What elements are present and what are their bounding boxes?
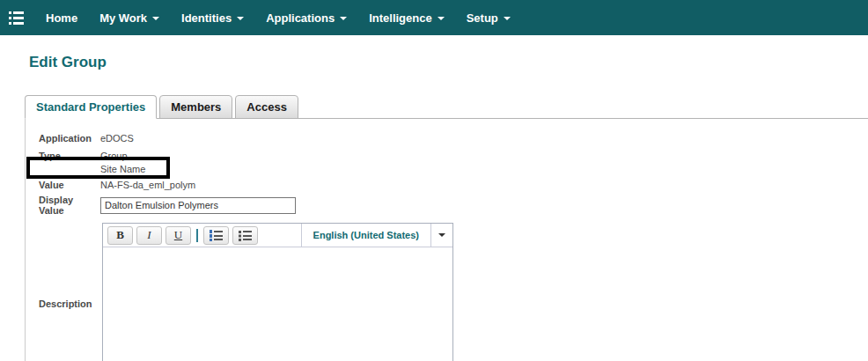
nav-item-home[interactable]: Home [46, 11, 77, 25]
value-row: Value NA-FS-da_eml_polym [39, 180, 868, 190]
chevron-down-icon [438, 233, 445, 237]
nav-item-label: Applications [266, 11, 335, 25]
attribute-row: Site Name [39, 164, 868, 174]
nav-item-label: My Work [99, 11, 147, 25]
description-editor: B I U [102, 223, 453, 361]
top-navbar: Home My Work Identities Applications Int… [0, 0, 868, 35]
value-label: Value [39, 180, 100, 190]
language-selected[interactable]: English (United States) [302, 224, 430, 247]
nav-item-identities[interactable]: Identities [181, 11, 244, 25]
numbered-list-icon [210, 230, 223, 241]
application-label: Application [39, 133, 100, 144]
application-value: eDOCS [100, 133, 134, 144]
language-dropdown-button[interactable] [430, 224, 452, 247]
application-row: Application eDOCS [39, 133, 868, 144]
numbered-list-button[interactable] [203, 226, 229, 245]
underline-button[interactable]: U [166, 226, 191, 245]
nav-item-label: Intelligence [369, 11, 432, 25]
bullet-list-button[interactable] [232, 226, 258, 245]
chevron-down-icon [152, 17, 159, 20]
type-value: Group [100, 151, 128, 161]
italic-button[interactable]: I [136, 226, 162, 245]
editor-toolbar: B I U [103, 224, 452, 247]
tab-access[interactable]: Access [235, 95, 298, 119]
nav-item-label: Setup [467, 11, 498, 25]
display-value-label: Display Value [39, 195, 100, 216]
type-row: Type Group [39, 151, 868, 161]
chevron-down-icon [438, 17, 445, 20]
toolbar-separator [196, 229, 198, 242]
sidebar-menu-icon[interactable] [9, 11, 25, 25]
nav-item-label: Identities [181, 11, 232, 25]
tab-bar: Standard Properties Members Access [25, 95, 868, 119]
chevron-down-icon [340, 17, 347, 20]
standard-properties-panel: Application eDOCS Type Group Site Name V… [25, 118, 868, 361]
description-label: Description [39, 298, 100, 309]
nav-item-setup[interactable]: Setup [467, 11, 511, 25]
attribute-value: Site Name [100, 164, 145, 174]
page-title: Edit Group [29, 54, 868, 71]
bold-button[interactable]: B [107, 226, 133, 245]
description-row: Description B I U [39, 223, 868, 361]
nav-item-intelligence[interactable]: Intelligence [369, 11, 445, 25]
tab-members[interactable]: Members [159, 95, 232, 119]
display-value-input[interactable] [100, 197, 296, 214]
value-value: NA-FS-da_eml_polym [100, 180, 195, 190]
type-label: Type [39, 151, 100, 161]
nav-item-my-work[interactable]: My Work [99, 11, 159, 25]
description-textarea[interactable] [103, 247, 452, 361]
bullet-list-icon [239, 230, 252, 241]
tab-standard-properties[interactable]: Standard Properties [25, 95, 157, 119]
nav-item-label: Home [46, 11, 77, 25]
display-value-row: Display Value [39, 195, 868, 216]
chevron-down-icon [504, 17, 511, 20]
chevron-down-icon [237, 17, 244, 20]
language-selector: English (United States) [301, 224, 452, 247]
nav-item-applications[interactable]: Applications [266, 11, 347, 25]
